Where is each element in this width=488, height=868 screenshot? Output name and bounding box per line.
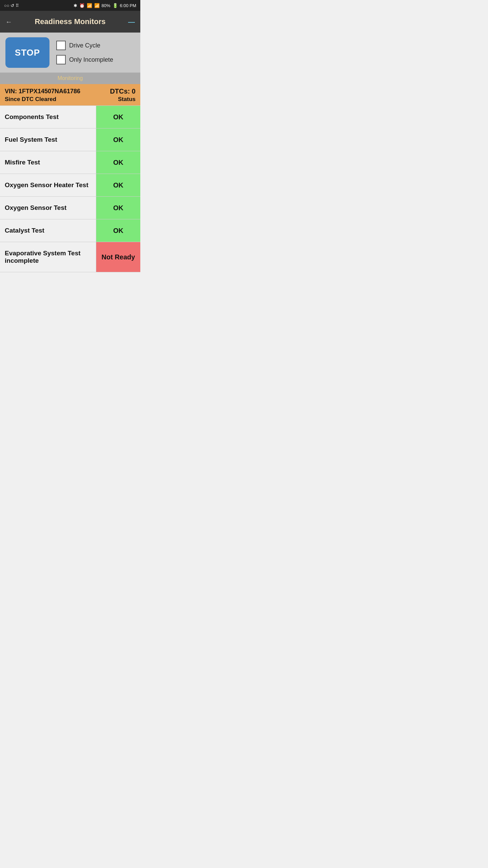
monitor-status-1: OK — [96, 129, 140, 151]
battery-icon: 🔋 — [113, 3, 118, 8]
bottom-space — [0, 272, 140, 282]
monitor-name-2: Misfire Test — [0, 151, 96, 174]
page-title: Readiness Monitors — [12, 17, 128, 26]
stop-button[interactable]: STOP — [5, 37, 49, 68]
only-incomplete-checkbox[interactable] — [56, 55, 66, 64]
drive-cycle-label: Drive Cycle — [69, 42, 100, 49]
drive-cycle-row: Drive Cycle — [56, 41, 113, 50]
monitor-name-1: Fuel System Test — [0, 129, 96, 151]
app-header: ← Readiness Monitors — — [0, 11, 140, 33]
only-incomplete-row: Only Incomplete — [56, 55, 113, 64]
signal-icon: 📶 — [94, 3, 100, 8]
monitor-status-3: OK — [96, 174, 140, 196]
monitor-row: Fuel System TestOK — [0, 129, 140, 151]
drive-cycle-checkbox[interactable] — [56, 41, 66, 50]
monitor-row: Misfire TestOK — [0, 151, 140, 174]
monitor-name-4: Oxygen Sensor Test — [0, 197, 96, 219]
monitor-row: Oxygen Sensor TestOK — [0, 197, 140, 219]
checkboxes-group: Drive Cycle Only Incomplete — [56, 41, 113, 64]
monitor-row: Oxygen Sensor Heater TestOK — [0, 174, 140, 197]
status-bar-right: ✱ ⏰ 📶 📶 80% 🔋 6:00 PM — [74, 3, 136, 8]
status-bar-left: ○○ ↺ ⠿ — [4, 3, 19, 8]
back-button[interactable]: ← — [5, 18, 12, 26]
monitoring-bar: Monitoring — [0, 73, 140, 84]
status-bar: ○○ ↺ ⠿ ✱ ⏰ 📶 📶 80% 🔋 6:00 PM — [0, 0, 140, 11]
vin-section: VIN: 1FTPX14507NA61786 DTCs: 0 Since DTC… — [0, 84, 140, 105]
bluetooth-icon: ✱ — [74, 3, 77, 8]
notification-icons: ○○ ↺ ⠿ — [4, 3, 19, 8]
monitor-list: Components TestOKFuel System TestOKMisfi… — [0, 105, 140, 272]
monitor-row: Components TestOK — [0, 105, 140, 129]
only-incomplete-label: Only Incomplete — [69, 56, 113, 63]
monitor-row: Evaporative System Test incompleteNot Re… — [0, 242, 140, 272]
monitor-status-6: Not Ready — [96, 242, 140, 272]
since-dtc-label: Since DTC Cleared — [5, 96, 56, 103]
time-display: 6:00 PM — [120, 3, 136, 8]
monitor-status-2: OK — [96, 151, 140, 174]
monitor-name-6: Evaporative System Test incomplete — [0, 242, 96, 272]
monitor-status-5: OK — [96, 219, 140, 242]
monitoring-label: Monitoring — [58, 75, 83, 81]
battery-percent: 80% — [102, 3, 110, 8]
monitor-name-3: Oxygen Sensor Heater Test — [0, 174, 96, 196]
status-column-header: Status — [118, 96, 136, 103]
vin-text: VIN: 1FTPX14507NA61786 — [5, 88, 80, 95]
monitor-status-0: OK — [96, 106, 140, 128]
controls-area: STOP Drive Cycle Only Incomplete — [0, 33, 140, 73]
monitor-status-4: OK — [96, 197, 140, 219]
menu-icon[interactable]: — — [128, 18, 135, 26]
wifi-icon: 📶 — [87, 3, 92, 8]
monitor-row: Catalyst TestOK — [0, 219, 140, 242]
monitor-name-0: Components Test — [0, 106, 96, 128]
dtc-count: DTCs: 0 — [110, 87, 136, 95]
alarm-icon: ⏰ — [79, 3, 85, 8]
monitor-name-5: Catalyst Test — [0, 219, 96, 242]
